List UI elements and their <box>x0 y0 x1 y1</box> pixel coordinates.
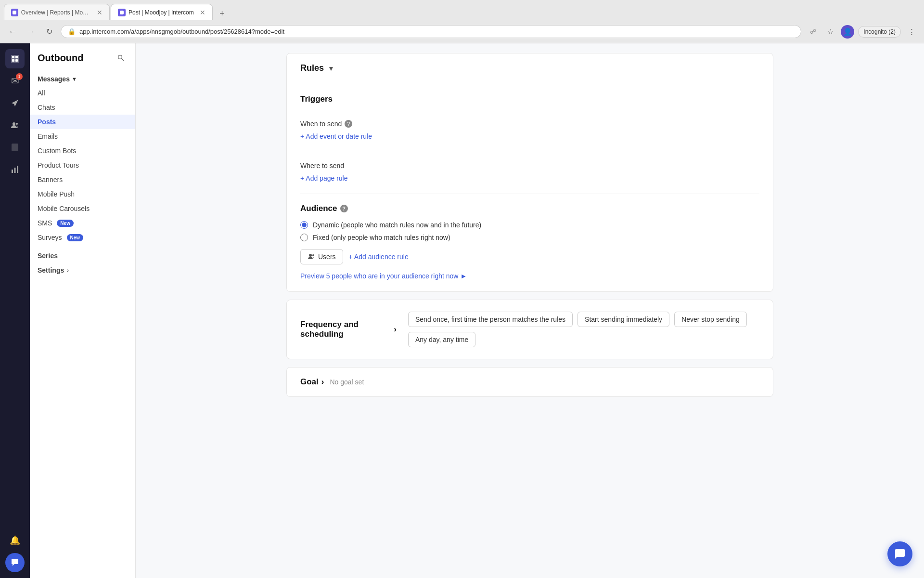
rail-outbound-icon[interactable] <box>5 93 25 113</box>
frequency-title[interactable]: Frequency and scheduling › <box>300 320 397 339</box>
audience-dynamic-option[interactable]: Dynamic (people who match rules now and … <box>300 221 759 229</box>
audience-fixed-option[interactable]: Fixed (only people who match rules right… <box>300 234 759 241</box>
users-button[interactable]: Users <box>300 249 343 264</box>
series-label: Series <box>38 252 58 260</box>
messages-label: Messages <box>38 75 70 83</box>
sidebar-series[interactable]: Series <box>30 249 135 263</box>
custom-bots-label: Custom Bots <box>38 147 76 155</box>
icon-rail: ✉ 1 🔔 <box>0 43 30 578</box>
incognito-label: Incognito (2) <box>863 28 896 35</box>
svg-rect-11 <box>17 166 18 173</box>
tab-label-1: Overview | Reports | Moodjoy <box>21 9 91 16</box>
browser-chrome: Overview | Reports | Moodjoy ✕ Post | Mo… <box>0 0 924 43</box>
goal-chevron-icon: › <box>321 377 324 387</box>
address-bar[interactable]: 🔒 app.intercom.com/a/apps/nnsgmgob/outbo… <box>61 25 801 38</box>
menu-icon[interactable]: ⋮ <box>905 25 918 39</box>
rules-title: Rules <box>300 63 324 73</box>
messages-header[interactable]: Messages ▼ <box>30 72 135 86</box>
sidebar-item-sms[interactable]: SMS New <box>30 216 135 230</box>
back-button[interactable]: ← <box>6 25 19 39</box>
goal-value: No goal set <box>330 378 364 386</box>
forward-button[interactable]: → <box>24 25 38 39</box>
sidebar-item-mobile-carousels[interactable]: Mobile Carousels <box>30 201 135 216</box>
when-to-send-help-icon[interactable]: ? <box>345 120 352 128</box>
all-label: All <box>38 89 45 97</box>
audience-dynamic-radio[interactable] <box>300 221 308 229</box>
triggers-title: Triggers <box>300 94 759 111</box>
sidebar-messages-section: Messages ▼ All Chats Posts Emails Custom… <box>30 72 135 245</box>
sidebar-settings[interactable]: Settings › <box>30 263 135 277</box>
sms-badge: New <box>57 220 74 227</box>
tab-label-2: Post | Moodjoy | Intercom <box>128 9 194 16</box>
audience-fixed-radio[interactable] <box>300 234 308 241</box>
divider-2 <box>300 194 759 194</box>
audience-help-icon[interactable]: ? <box>340 205 348 212</box>
sidebar-item-posts[interactable]: Posts <box>30 115 135 129</box>
sidebar-item-custom-bots[interactable]: Custom Bots <box>30 144 135 158</box>
svg-point-7 <box>16 123 18 125</box>
rail-contacts-icon[interactable] <box>5 116 25 135</box>
browser-tab-1[interactable]: Overview | Reports | Moodjoy ✕ <box>4 4 110 20</box>
refresh-button[interactable]: ↻ <box>42 25 56 39</box>
add-event-rule-link[interactable]: + Add event or date rule <box>300 132 759 140</box>
chat-widget-button[interactable] <box>887 541 912 566</box>
sidebar-title: Outbound <box>38 53 84 64</box>
tab-close-2[interactable]: ✕ <box>200 9 205 16</box>
users-btn-label: Users <box>318 253 336 261</box>
goal-title[interactable]: Goal › <box>300 377 324 387</box>
rail-notifications-icon[interactable]: 🔔 <box>5 531 25 550</box>
extensions-icon[interactable]: ☍ <box>806 25 820 39</box>
freq-tag-4[interactable]: Any day, any time <box>408 332 475 347</box>
sidebar-item-banners[interactable]: Banners <box>30 172 135 187</box>
browser-tab-2[interactable]: Post | Moodjoy | Intercom ✕ <box>111 4 213 20</box>
add-audience-rule-link[interactable]: + Add audience rule <box>349 253 409 261</box>
rail-reports-icon[interactable] <box>5 160 25 179</box>
svg-rect-8 <box>12 144 18 151</box>
chats-label: Chats <box>38 104 55 111</box>
emails-label: Emails <box>38 132 58 140</box>
rules-chevron-icon: ▼ <box>328 65 334 72</box>
sidebar-item-all[interactable]: All <box>30 86 135 100</box>
rail-home-icon[interactable] <box>5 49 25 68</box>
svg-rect-10 <box>14 168 16 173</box>
messages-badge: 1 <box>16 73 23 80</box>
svg-rect-5 <box>15 59 18 62</box>
sidebar-item-surveys[interactable]: Surveys New <box>30 230 135 245</box>
add-page-rule-link[interactable]: + Add page rule <box>300 174 759 182</box>
rail-knowledge-icon[interactable] <box>5 138 25 157</box>
goal-card: Goal › No goal set <box>286 367 773 397</box>
sidebar-item-chats[interactable]: Chats <box>30 100 135 115</box>
incognito-button[interactable]: Incognito (2) <box>858 26 901 38</box>
sidebar-search-button[interactable] <box>114 51 128 65</box>
svg-rect-4 <box>12 59 14 62</box>
audience-fixed-label: Fixed (only people who match rules right… <box>313 234 450 241</box>
card-body: Triggers When to send ? + Add event or d… <box>287 83 773 291</box>
svg-point-13 <box>309 254 312 257</box>
audience-section: Audience ? Dynamic (people who match rul… <box>300 204 759 280</box>
freq-tag-1[interactable]: Send once, first time the person matches… <box>408 312 573 327</box>
sidebar-item-emails[interactable]: Emails <box>30 129 135 144</box>
divider-1 <box>300 152 759 152</box>
sidebar-item-mobile-push[interactable]: Mobile Push <box>30 187 135 201</box>
preview-audience-link[interactable]: Preview 5 people who are in your audienc… <box>300 272 759 280</box>
svg-point-12 <box>118 55 122 59</box>
bookmark-icon[interactable]: ☆ <box>823 25 837 39</box>
sidebar-item-product-tours[interactable]: Product Tours <box>30 158 135 172</box>
tab-close-1[interactable]: ✕ <box>97 9 103 16</box>
svg-point-6 <box>13 122 15 125</box>
frequency-chevron-icon: › <box>394 325 397 334</box>
audience-dynamic-label: Dynamic (people who match rules now and … <box>313 221 481 229</box>
sidebar: Outbound Messages ▼ All Chats Posts Emai… <box>30 43 136 578</box>
mobile-push-label: Mobile Push <box>38 190 75 198</box>
profile-icon[interactable]: 👤 <box>841 25 854 39</box>
audience-title: Audience ? <box>300 204 759 213</box>
rail-chat-icon[interactable] <box>5 553 25 572</box>
rules-header[interactable]: Rules ▼ <box>287 53 773 83</box>
app-layout: ✉ 1 🔔 Outbound Messages <box>0 43 924 578</box>
rail-messages-icon[interactable]: ✉ 1 <box>5 71 25 91</box>
new-tab-button[interactable]: + <box>216 7 229 20</box>
freq-tag-2[interactable]: Start sending immediately <box>578 312 669 327</box>
freq-tag-3[interactable]: Never stop sending <box>674 312 747 327</box>
svg-rect-0 <box>13 11 16 14</box>
product-tours-label: Product Tours <box>38 161 79 169</box>
